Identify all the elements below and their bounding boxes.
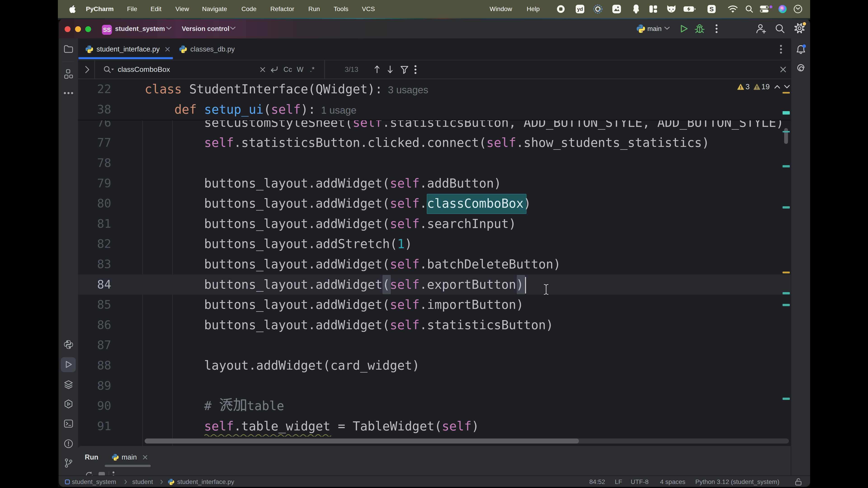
debug-button[interactable] <box>694 24 705 34</box>
more-actions-icon[interactable] <box>715 24 718 34</box>
python-console-icon[interactable] <box>59 339 78 350</box>
previous-match-icon[interactable] <box>374 65 380 74</box>
code-line-78[interactable]: 78 <box>78 153 791 173</box>
s-app-icon[interactable]: S <box>704 0 719 18</box>
run-config-widget[interactable]: main <box>647 19 662 38</box>
more-search-options-icon[interactable] <box>414 65 416 74</box>
tab-options-icon[interactable] <box>780 44 782 54</box>
filter-search-icon[interactable] <box>400 65 409 74</box>
menu-item-vcs[interactable]: VCS <box>362 0 375 18</box>
code-line-84[interactable]: 84 buttons_layout.addWidget(self.exportB… <box>78 274 791 295</box>
run-tool-icon[interactable] <box>59 359 78 370</box>
stop-icon[interactable] <box>98 471 105 475</box>
code-with-me-icon[interactable] <box>755 23 767 34</box>
tab-classes_db-py[interactable]: classes_db.py <box>179 38 235 60</box>
code-line-79[interactable]: 79 buttons_layout.addWidget(self.addButt… <box>78 173 791 194</box>
control-center-icon[interactable] <box>757 0 772 18</box>
clear-search-icon[interactable] <box>260 67 266 72</box>
close-tab-icon[interactable] <box>165 47 170 52</box>
next-match-icon[interactable] <box>387 65 393 74</box>
services-tool-icon[interactable] <box>59 398 78 410</box>
code-line-77[interactable]: 77 self.statisticsButton.clicked.connect… <box>78 133 791 153</box>
photos-icon[interactable] <box>610 0 624 18</box>
expand-find-icon[interactable] <box>85 66 90 73</box>
match-case-toggle[interactable]: Cc <box>283 60 292 78</box>
recording-circle-icon[interactable] <box>591 0 605 18</box>
code-line-87[interactable]: 87 <box>78 335 791 355</box>
menu-item-pycharm[interactable]: PyCharm <box>86 0 114 18</box>
lock-icon[interactable] <box>795 476 802 487</box>
caret-position-widget[interactable]: 84:52 <box>589 476 605 487</box>
indent-widget[interactable]: 4 spaces <box>660 476 685 487</box>
menu-item-refactor[interactable]: Refactor <box>270 0 294 18</box>
spotlight-icon[interactable] <box>742 0 756 18</box>
menu-item-help[interactable]: Help <box>527 0 540 18</box>
code-line-89[interactable]: 89 <box>78 376 791 396</box>
breadcrumb-project[interactable]: student_system <box>72 476 116 487</box>
close-find-bar-icon[interactable] <box>780 66 786 72</box>
close-run-tab-icon[interactable] <box>143 455 148 460</box>
editor-body[interactable]: 76 setCustomStyleSheet(self.statisticsBu… <box>78 121 791 446</box>
battery-charging-icon[interactable] <box>682 0 697 18</box>
ai-assistant-icon[interactable] <box>791 63 810 73</box>
git-tool-icon[interactable] <box>59 458 78 468</box>
window-split-icon[interactable] <box>646 0 660 18</box>
wifi-icon[interactable] <box>725 0 740 18</box>
usages-annotation[interactable]: 1 usage <box>315 105 356 116</box>
problems-tool-icon[interactable] <box>59 438 78 449</box>
run-button[interactable] <box>679 24 689 34</box>
menu-item-tools[interactable]: Tools <box>334 0 348 18</box>
words-toggle[interactable]: W <box>297 60 303 78</box>
code-line-22[interactable]: 22class StudentInterface(QWidget): 3 usa… <box>78 79 791 99</box>
close-window-button[interactable] <box>65 26 70 32</box>
rerun-icon[interactable] <box>85 471 94 475</box>
breadcrumb-file[interactable]: student_interface.py <box>177 476 234 487</box>
python-packages-icon[interactable] <box>59 379 78 390</box>
structure-tool-icon[interactable] <box>59 69 78 79</box>
code-line-38[interactable]: 38 def setup_ui(self): 1 usage <box>78 99 791 120</box>
code-line-81[interactable]: 81 buttons_layout.addWidget(self.searchI… <box>78 214 791 234</box>
clock-icon[interactable] <box>791 0 805 18</box>
apple-icon[interactable] <box>68 0 77 18</box>
project-icon[interactable]: SS <box>102 25 112 35</box>
more-run-options-icon[interactable] <box>112 471 115 475</box>
regex-toggle[interactable]: .* <box>310 60 315 78</box>
code-line-85[interactable]: 85 buttons_layout.addWidget(self.importB… <box>78 295 791 315</box>
code-line-80[interactable]: 80 buttons_layout.addWidget(self.classCo… <box>78 193 791 214</box>
search-field-icon[interactable] <box>103 65 115 74</box>
search-everywhere-icon[interactable] <box>775 24 785 34</box>
menu-item-code[interactable]: Code <box>241 0 256 18</box>
find-query-input[interactable]: classComboBox <box>118 60 170 78</box>
yd-icon[interactable]: yd <box>573 0 587 18</box>
settings-gear-icon[interactable] <box>794 23 805 33</box>
menu-item-window[interactable]: Window <box>490 0 512 18</box>
more-tools-icon[interactable] <box>59 88 78 98</box>
menu-item-run[interactable]: Run <box>308 0 320 18</box>
terminal-tool-icon[interactable] <box>59 418 78 429</box>
code-line-86[interactable]: 86 buttons_layout.addWidget(self.statist… <box>78 315 791 335</box>
encoding-widget[interactable]: UTF-8 <box>631 476 649 487</box>
code-line-83[interactable]: 83 buttons_layout.addWidget(self.batchDe… <box>78 254 791 274</box>
code-line-82[interactable]: 82 buttons_layout.addStretch(1) <box>78 234 791 254</box>
qq-icon[interactable] <box>629 0 643 18</box>
notifications-bell-icon[interactable] <box>791 44 810 55</box>
minimize-window-button[interactable] <box>75 26 81 32</box>
menu-item-view[interactable]: View <box>176 0 189 18</box>
project-widget[interactable]: student_system <box>115 19 165 38</box>
menu-item-edit[interactable]: Edit <box>151 0 161 18</box>
breadcrumb-folder[interactable]: student <box>132 476 153 487</box>
siri-icon[interactable] <box>775 0 790 18</box>
project-tool-icon[interactable] <box>59 43 78 55</box>
interpreter-widget[interactable]: Python 3.12 (student_system) <box>695 476 779 487</box>
tab-student_interface-py[interactable]: student_interface.py <box>85 38 170 60</box>
screen-record-icon[interactable] <box>554 0 568 18</box>
newline-icon[interactable] <box>270 65 279 74</box>
usages-annotation[interactable]: 3 usages <box>382 84 428 95</box>
code-line-76[interactable]: 76 setCustomStyleSheet(self.statisticsBu… <box>78 121 791 133</box>
code-line-91[interactable]: 91 self.table_widget = TableWidget(self) <box>78 416 791 436</box>
code-line-90[interactable]: 90 # table <box>78 396 791 416</box>
menu-item-navigate[interactable]: Navigate <box>202 0 227 18</box>
vcs-widget[interactable]: Version control <box>182 19 229 38</box>
zoom-window-button[interactable] <box>85 26 91 32</box>
line-separator-widget[interactable]: LF <box>615 476 622 487</box>
